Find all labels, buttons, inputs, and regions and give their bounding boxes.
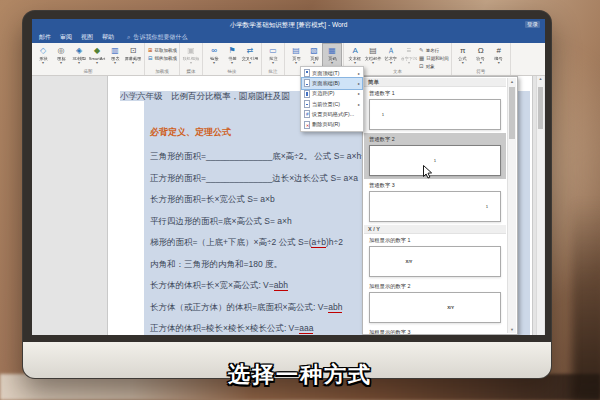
online-video-button[interactable]: ▣联机视频▾ (182, 44, 200, 66)
gallery-item-bold-number-3[interactable]: 加粗显示的数字 3X/Y (364, 326, 506, 334)
document-text: 三角形的面积=______________底×高÷2。 公式 S= a×h÷2 (150, 151, 371, 161)
header-icon: ▤ (292, 46, 300, 55)
online-video-label: 联机视频 (183, 56, 200, 61)
chevron-down-icon: ▾ (213, 61, 215, 65)
chevron-down-icon: ▾ (42, 61, 44, 65)
plain-number-1-label: 普通数字 1 (369, 90, 501, 97)
gallery-item-bold-number-2[interactable]: 加粗显示的数字 2X/Y (364, 280, 506, 326)
page-number-button[interactable]: ▦页码▾ (323, 44, 341, 66)
page-top-label: 页面顶端(T) (312, 70, 339, 77)
icons-button[interactable]: ◎图标▾ (52, 44, 70, 66)
document-line: 三角形的面积=______________底×高÷2。 公式 S= a×h÷2 (150, 151, 371, 163)
shapes-button[interactable]: ◇形状▾ (34, 44, 52, 66)
number-button[interactable]: #编号▾ (490, 44, 508, 66)
comment-button[interactable]: ▭批注▾ (264, 44, 282, 66)
chart-label: 图表 (111, 56, 119, 61)
chevron-down-icon: ▾ (408, 61, 410, 65)
gallery-scrollbar-thumb[interactable] (509, 87, 515, 139)
ribbon: ◇形状▾◎图标▾◈3D模型▾◆SmartArt▾▥图表▾⊡屏幕截图▾插图⊞获取加… (32, 43, 545, 76)
menu-item-page-margins[interactable]: 页边距(P)▸ (302, 89, 362, 99)
equation-icon: π (460, 46, 466, 55)
document-line: 内角和：三角形的内角和=180 度。 (150, 259, 282, 271)
footer-button[interactable]: ▧页脚▾ (305, 44, 323, 66)
gallery-item-bold-number-1[interactable]: 加粗显示的数字 1X/Y (364, 234, 506, 280)
gallery-scrollbar[interactable]: ▲ ▼ (507, 78, 516, 333)
sign-in-button[interactable]: 登录 (525, 21, 540, 28)
equation-label: 公式 (459, 56, 467, 61)
scroll-up-icon[interactable]: ▲ (537, 76, 544, 82)
chart-button[interactable]: ▥图表▾ (106, 44, 124, 66)
drop-cap-button[interactable]: ≡首字下沉▾ (400, 44, 418, 66)
tab-help[interactable]: 帮助 (102, 33, 114, 42)
date-time-button[interactable]: ▦日期和时间 (419, 56, 449, 62)
document-scrollbar[interactable]: ▲ (536, 76, 544, 335)
format-page-numbers-label: 设置页码格式(F)... (312, 111, 354, 118)
gallery-item-plain-number-3[interactable]: 普通数字 31 (364, 179, 506, 225)
page-top-icon (304, 69, 310, 77)
document-line: 长方形的面积=长×宽公式 S= a×b (150, 194, 275, 206)
bold-number-1-preview-number: X/Y (406, 259, 413, 264)
symbol-icon: Ω (478, 46, 484, 55)
gallery-item-plain-number-1[interactable]: 普通数字 11 (364, 87, 506, 133)
page-number-icon: ▦ (328, 46, 336, 55)
tab-view[interactable]: 视图 (81, 33, 93, 42)
my-add-ins-icon: ⊟ (148, 56, 153, 62)
document-text: )h÷2 (326, 237, 343, 247)
get-add-ins-button[interactable]: ⊞获取加载项 (148, 48, 177, 54)
chevron-down-icon: ▾ (60, 61, 62, 65)
footer-icon: ▧ (310, 46, 318, 55)
page-number-gallery: 简单普通数字 11普通数字 21普通数字 31X / Y加粗显示的数字 1X/Y… (362, 76, 518, 335)
chart-icon: ▥ (111, 46, 119, 55)
header-button[interactable]: ▤页眉▾ (287, 44, 305, 66)
3d-models-button[interactable]: ◈3D模型▾ (70, 44, 88, 66)
menu-item-remove-page-numbers[interactable]: 删除页码(R) (302, 119, 362, 129)
ribbon-group-label-illustrations: 插图 (32, 69, 144, 74)
ribbon-group-label-links: 链接 (203, 69, 261, 74)
chevron-down-icon: ▾ (272, 61, 274, 65)
menu-item-format-page-numbers[interactable]: 设置页码格式(F)... (302, 109, 362, 119)
plain-number-3-label: 普通数字 3 (369, 182, 501, 189)
gallery-scroll-up-icon[interactable]: ▲ (508, 78, 516, 85)
chevron-down-icon: ▾ (78, 61, 80, 65)
wordart-button[interactable]: Ａ艺术字▾ (382, 44, 400, 66)
online-video-icon: ▣ (187, 46, 195, 55)
cross-reference-button[interactable]: ⇄交叉引用▾ (241, 44, 259, 66)
tab-review[interactable]: 审阅 (60, 33, 72, 42)
tell-me-search[interactable]: ⌕ 告诉我你想要做什么 (127, 33, 187, 42)
chevron-down-icon: ▾ (354, 61, 356, 65)
quick-parts-button[interactable]: ▤文档部件▾ (364, 44, 382, 66)
bold-number-2-label: 加粗显示的数字 2 (369, 283, 501, 290)
scrollbar-thumb[interactable] (538, 87, 543, 129)
menu-item-current-position[interactable]: 当前位置(C)▸ (302, 99, 362, 109)
tab-mailings[interactable]: 邮件 (39, 33, 51, 42)
gallery-section-header: X / Y (364, 225, 506, 234)
equation-button[interactable]: π公式▾ (454, 44, 472, 66)
search-hint: 告诉我你想要做什么 (133, 33, 187, 42)
ribbon-group-symbols: π公式▾Ω符号▾#编号▾符号 (452, 43, 511, 75)
quick-parts-label: 文档部件 (365, 56, 382, 61)
symbol-button[interactable]: Ω符号▾ (472, 44, 490, 66)
smartart-button[interactable]: ◆SmartArt▾ (88, 44, 106, 66)
bookmark-button[interactable]: ⚑书签▾ (223, 44, 241, 66)
icons-label: 图标 (57, 56, 65, 61)
video-subtitle: 选择一种方式 (0, 360, 600, 390)
gallery-scroll-down-icon[interactable]: ▼ (508, 326, 516, 333)
ribbon-group-links: ∞链接▾⚑书签▾⇄交叉引用▾链接 (203, 43, 262, 75)
text-box-button[interactable]: A文本框▾ (346, 44, 364, 66)
menu-item-page-top[interactable]: 页面顶端(T)▸ (302, 68, 362, 78)
chevron-down-icon: ▾ (331, 61, 333, 65)
menu-item-page-bottom[interactable]: 页面底端(B)▸ (302, 78, 362, 88)
my-add-ins-button[interactable]: ⊟我的加载项 (148, 56, 177, 62)
header-label: 页眉 (292, 56, 300, 61)
signature-line-button[interactable]: ✎签名行 (419, 48, 449, 54)
link-button[interactable]: ∞链接▾ (205, 44, 223, 66)
drop-cap-icon: ≡ (407, 46, 412, 55)
screenshot-button[interactable]: ⊡屏幕截图▾ (124, 44, 142, 66)
gallery-item-plain-number-2[interactable]: 普通数字 21 (364, 133, 506, 179)
spellcheck-underlined-text: abh (274, 280, 288, 291)
document-line: 长方体的体积=长×宽×高公式: V=abh (150, 280, 288, 292)
remove-page-numbers-icon (304, 121, 310, 129)
3d-models-label: 3D模型 (72, 56, 86, 61)
submenu-arrow-icon: ▸ (358, 81, 360, 86)
chevron-down-icon: ▾ (462, 61, 464, 65)
